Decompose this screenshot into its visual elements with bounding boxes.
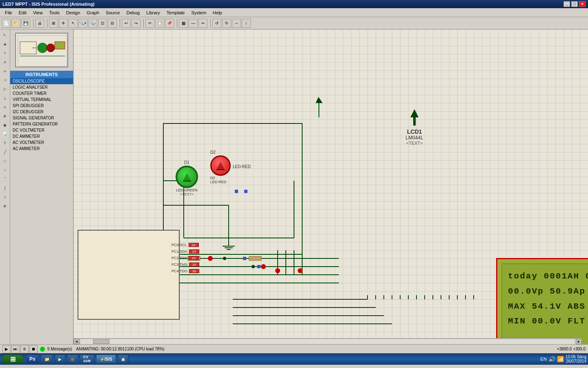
tool-tape[interactable]: ◉ xyxy=(1,121,9,129)
instrument-counter-timer[interactable]: COUNTER TIMER xyxy=(10,90,73,96)
instrument-logic-analyser[interactable]: LOGIC ANALYSER xyxy=(10,84,73,90)
taskbar-media[interactable]: ▶ xyxy=(55,355,65,364)
scroll-right[interactable]: ► xyxy=(576,339,582,344)
menu-design[interactable]: Design xyxy=(63,9,83,16)
schematic-canvas[interactable]: LCD1 LM044L <TEXT> today 0001AH 00.0KWH … xyxy=(74,29,588,344)
tool-component[interactable]: ◈ xyxy=(1,40,9,48)
tool-instrument[interactable]: 📊 xyxy=(1,130,9,138)
minimize-button[interactable]: _ xyxy=(564,1,570,7)
tool-wire-label[interactable]: A xyxy=(1,58,9,66)
menu-library[interactable]: Library xyxy=(143,9,163,16)
tb-grid[interactable]: ⊞ xyxy=(49,19,58,28)
led-red-component[interactable]: D2 D2 LED-RED xyxy=(210,150,231,184)
window-controls[interactable]: _ □ ✕ xyxy=(564,1,586,7)
tb-block[interactable]: ▦ xyxy=(179,19,188,28)
menu-template[interactable]: Template xyxy=(163,9,188,16)
lcd-component[interactable]: LCD1 LM044L <TEXT> today 0001AH 00.0KWH … xyxy=(300,109,529,262)
tool-generator[interactable]: ∿ xyxy=(1,103,9,111)
tb-print[interactable]: 🖨 xyxy=(35,19,44,28)
tb-rotate-right[interactable]: ↻ xyxy=(222,19,231,28)
tb-pointer[interactable]: ↖ xyxy=(69,19,78,28)
menu-file[interactable]: File xyxy=(2,9,16,16)
led-green-component[interactable]: D1 LED-GREEN <TEXT> xyxy=(176,160,198,196)
tool-power[interactable]: ⊥ xyxy=(1,94,9,102)
tb-crosshair[interactable]: ✛ xyxy=(59,19,68,28)
tool-line[interactable]: ╱ xyxy=(1,148,9,156)
start-button[interactable]: ⊞ xyxy=(2,355,24,364)
tb-flip-h[interactable]: ↔ xyxy=(232,19,241,28)
scroll-track-h[interactable] xyxy=(80,339,575,344)
instrument-signal-generator[interactable]: SIGNAL GENERATOR xyxy=(10,115,73,121)
svg-rect-43 xyxy=(257,265,261,268)
mcu-pins: PC0/SCL 22 PC1/SDA 23 PC2/TCK 24 PC3/TMS… xyxy=(172,243,199,276)
menu-help[interactable]: Help xyxy=(209,9,225,16)
menu-edit[interactable]: Edit xyxy=(16,9,30,16)
menu-tools[interactable]: Tools xyxy=(46,9,63,16)
tb-bus[interactable]: ═ xyxy=(198,19,207,28)
instrument-dc-ammeter[interactable]: DC AMMETER xyxy=(10,133,73,139)
instrument-virtual-terminal[interactable]: VIRTUAL TERMINAL xyxy=(10,96,73,103)
lcd-screen: today 0001AH 00.0KWH 00.0Vp 50.9Ap 2753W… xyxy=(501,263,588,344)
tool-circle[interactable]: ○ xyxy=(1,166,9,174)
tb-cut[interactable]: ✂ xyxy=(145,19,154,28)
tb-save[interactable]: 💾 xyxy=(21,19,30,28)
tool-box[interactable]: □ xyxy=(1,157,9,165)
tb-zoom-full[interactable]: ⊟ xyxy=(108,19,117,28)
tb-paste[interactable]: 📌 xyxy=(165,19,174,28)
instrument-pattern-generator[interactable]: PATTERN GENERATOR xyxy=(10,121,73,127)
tb-wire[interactable]: — xyxy=(189,19,198,28)
step-button[interactable]: ⏭ xyxy=(11,345,20,353)
tool-bus[interactable]: ═ xyxy=(1,67,9,75)
lcd-label: LCD1 xyxy=(300,128,529,135)
menu-view[interactable]: View xyxy=(30,9,46,16)
instrument-i2c-debugger[interactable]: I2C DEBUGGER xyxy=(10,109,73,115)
pause-button[interactable]: ⏸ xyxy=(20,345,29,353)
tool-port[interactable]: ▷ xyxy=(1,85,9,93)
menu-system[interactable]: System xyxy=(188,9,209,16)
tb-zoom-out[interactable]: 🔍- xyxy=(88,19,97,28)
close-button[interactable]: ✕ xyxy=(579,1,586,7)
instrument-spi-debugger[interactable]: SPI DEBUGGER xyxy=(10,103,73,109)
tb-undo[interactable]: ↩ xyxy=(122,19,131,28)
stop-button[interactable]: ⏹ xyxy=(29,345,38,353)
scroll-thumb-h[interactable] xyxy=(93,339,109,344)
tb-flip-v[interactable]: ↕ xyxy=(242,19,251,28)
tool-symbol[interactable]: ☆ xyxy=(1,193,9,201)
taskbar-browser[interactable]: ◎ xyxy=(67,355,78,364)
volume-icon[interactable]: 🔊 xyxy=(548,356,555,362)
tb-zoom-in[interactable]: 🔍+ xyxy=(78,19,87,28)
tool-select[interactable]: ↖ xyxy=(1,31,9,39)
instrument-dc-voltmeter[interactable]: DC VOLTMETER xyxy=(10,127,73,133)
tool-text[interactable]: T xyxy=(1,139,9,147)
h-scrollbar[interactable]: ◄ ► xyxy=(74,338,582,344)
tool-junction[interactable]: + xyxy=(1,49,9,57)
tb-rotate-left[interactable]: ↺ xyxy=(212,19,221,28)
instrument-ac-ammeter[interactable]: AC AMMETER xyxy=(10,146,73,152)
scroll-left[interactable]: ◄ xyxy=(74,339,80,344)
instrument-ac-voltmeter[interactable]: AC VOLTMETER xyxy=(10,139,73,146)
tb-copy[interactable]: 📋 xyxy=(155,19,164,28)
play-button[interactable]: ▶ xyxy=(2,345,11,353)
taskbar-isis[interactable]: ⚡ISIS xyxy=(96,355,116,364)
taskbar-cvavr[interactable]: CVAVR xyxy=(80,355,94,364)
instrument-oscilloscope[interactable]: OSCILLOSCOPE xyxy=(10,78,73,84)
tool-path[interactable]: ∫ xyxy=(1,184,9,192)
schematic-canvas-area[interactable]: LCD1 LM044L <TEXT> today 0001AH 00.0KWH … xyxy=(74,29,588,344)
taskbar-photoshop[interactable]: Ps xyxy=(26,355,39,364)
menu-source[interactable]: Source xyxy=(102,9,123,16)
tb-open[interactable]: 📂 xyxy=(11,19,20,28)
tb-redo[interactable]: ↪ xyxy=(131,19,140,28)
tool-arc[interactable]: ⌒ xyxy=(1,175,9,183)
svg-point-37 xyxy=(275,268,280,273)
taskbar-explorer[interactable]: 📁 xyxy=(41,355,53,364)
tool-terminal[interactable]: ⊣ xyxy=(1,76,9,84)
tb-new[interactable]: 📄 xyxy=(2,19,11,28)
menu-debug[interactable]: Debug xyxy=(123,9,143,16)
tb-zoom-fit[interactable]: ⊡ xyxy=(98,19,107,28)
tool-probe[interactable]: ⊕ xyxy=(1,112,9,120)
maximize-button[interactable]: □ xyxy=(571,1,578,7)
taskbar-terminal[interactable]: ▣ xyxy=(118,355,129,364)
play-controls[interactable]: ▶ ⏭ ⏸ ⏹ xyxy=(2,345,38,353)
menu-graph[interactable]: Graph xyxy=(83,9,102,16)
tool-origin[interactable]: ⊗ xyxy=(1,202,9,210)
